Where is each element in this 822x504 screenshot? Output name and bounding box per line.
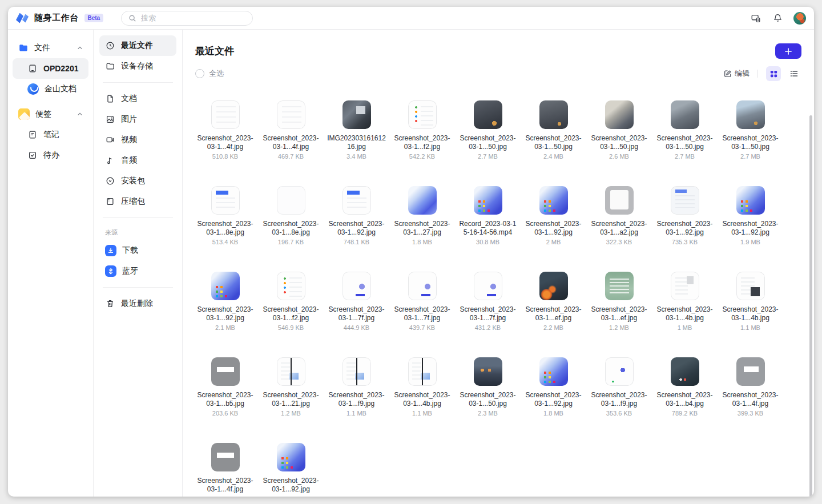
- file-item[interactable]: Record_2023-03-15-16-14-56.mp4 30.8 MB: [458, 186, 518, 272]
- file-item[interactable]: Screenshot_2023-03-1...4b.jpg 1 MB: [655, 272, 715, 357]
- file-item[interactable]: Screenshot_2023-03-1...a2.jpg 322.3 KB: [589, 186, 649, 272]
- file-item[interactable]: Screenshot_2023-03-1...f2.jpg 546.9 KB: [261, 272, 321, 357]
- list-view-button[interactable]: [787, 66, 801, 81]
- file-thumbnail: [342, 357, 371, 386]
- file-size: 1.8 MB: [543, 410, 563, 417]
- notifications-bell-icon[interactable]: [772, 13, 783, 24]
- download-icon: [105, 245, 116, 256]
- file-item[interactable]: Screenshot_2023-03-1...92.jpg 1.8 MB: [523, 357, 583, 443]
- select-all-checkbox[interactable]: 全选: [195, 68, 224, 79]
- nav-category-docs[interactable]: 文档: [99, 88, 176, 109]
- sidebar-item-notes[interactable]: 笔记: [13, 124, 88, 145]
- file-item[interactable]: Screenshot_2023-03-1...b5.jpg 203.6 KB: [195, 357, 255, 443]
- file-item[interactable]: Screenshot_2023-03-1...7f.jpg 444.9 KB: [327, 272, 386, 357]
- send-to-device-icon[interactable]: [750, 13, 761, 24]
- sidebar-item-device[interactable]: OPD2201: [13, 58, 88, 79]
- file-size: 1.8 MB: [412, 239, 432, 245]
- music-note-icon: [105, 155, 115, 166]
- file-size: 1.2 MB: [609, 324, 629, 331]
- file-item[interactable]: Screenshot_2023-03-1...92.jpg 748.1 KB: [327, 186, 386, 272]
- nav-recent-files[interactable]: 最近文件: [99, 35, 176, 56]
- search-bar[interactable]: [121, 11, 253, 26]
- file-item[interactable]: Screenshot_2023-03-1...7f.jpg 439.7 KB: [392, 272, 452, 357]
- nav-source-download[interactable]: 下载: [99, 240, 176, 261]
- file-size: 196.7 KB: [278, 239, 304, 245]
- file-thumbnail: [408, 357, 437, 386]
- sidebar-item-todo[interactable]: 待办: [13, 145, 88, 166]
- file-item[interactable]: Screenshot_2023-03-1...4f.jpg 469.7 KB: [261, 100, 321, 186]
- search-icon: [127, 13, 138, 23]
- file-size: 2.1 MB: [215, 324, 235, 331]
- select-all-label: 全选: [209, 68, 224, 79]
- file-item[interactable]: Screenshot_2023-03-1...21.jpg 1.2 MB: [261, 357, 321, 443]
- file-item[interactable]: Screenshot_2023-03-1...4f.jpg 399.3 KB: [720, 357, 780, 443]
- file-item[interactable]: Screenshot_2023-03-1...4f.jpg: [195, 443, 255, 497]
- file-item[interactable]: Screenshot_2023-03-1...50.jpg 2.6 MB: [589, 100, 649, 186]
- file-thumbnail: [277, 100, 305, 129]
- file-item[interactable]: Screenshot_2023-03-1...8e.jpg 196.7 KB: [261, 186, 321, 272]
- edit-button[interactable]: 编辑: [724, 68, 750, 79]
- file-item[interactable]: Screenshot_2023-03-1...50.jpg 2.3 MB: [458, 357, 518, 443]
- file-item[interactable]: IMG20230316161216.jpg 3.4 MB: [327, 100, 386, 186]
- scrollbar[interactable]: [809, 115, 812, 497]
- apk-package-icon: [105, 176, 115, 186]
- divider: [103, 217, 173, 218]
- file-item[interactable]: Screenshot_2023-03-1...92.jpg 735.3 KB: [655, 186, 715, 272]
- file-item[interactable]: Screenshot_2023-03-1...7f.jpg 431.2 KB: [458, 272, 518, 357]
- list-view-icon: [789, 69, 799, 78]
- file-name: Screenshot_2023-03-1...92.jpg: [261, 477, 320, 494]
- file-name: Screenshot_2023-03-1...7f.jpg: [458, 305, 517, 322]
- sidebar-item-kdocs[interactable]: 金山文档: [13, 79, 88, 99]
- nav-item-label: 压缩包: [121, 196, 171, 207]
- nav-source-bluetooth[interactable]: 蓝牙: [99, 261, 176, 281]
- nav-category-audio[interactable]: 音频: [99, 150, 176, 171]
- file-name: Screenshot_2023-03-1...92.jpg: [524, 220, 583, 237]
- sidebar-section-memo[interactable]: 便签: [13, 104, 88, 124]
- file-item[interactable]: Screenshot_2023-03-1...4b.jpg 1.1 MB: [720, 272, 780, 357]
- file-name: Screenshot_2023-03-1...8e.jpg: [261, 220, 320, 237]
- file-item[interactable]: Screenshot_2023-03-1...f9.jpg 1.1 MB: [327, 357, 386, 443]
- file-size: 322.3 KB: [606, 239, 632, 245]
- divider: [103, 287, 173, 288]
- file-item[interactable]: Screenshot_2023-03-1...4f.jpg 510.8 KB: [195, 100, 255, 186]
- nav-category-packages[interactable]: 安装包: [99, 171, 176, 191]
- search-input[interactable]: [141, 14, 247, 22]
- file-name: Screenshot_2023-03-1...ef.jpg: [524, 305, 583, 322]
- nav-recently-deleted[interactable]: 最近删除: [99, 293, 176, 314]
- nav-category-archives[interactable]: 压缩包: [99, 191, 176, 212]
- file-item[interactable]: Screenshot_2023-03-1...b4.jpg 789.2 KB: [655, 357, 715, 443]
- nav-device-storage[interactable]: 设备存储: [99, 56, 176, 76]
- file-item[interactable]: Screenshot_2023-03-1...50.jpg 2.7 MB: [720, 100, 780, 186]
- file-item[interactable]: Screenshot_2023-03-1...8e.jpg 513.4 KB: [195, 186, 255, 272]
- file-item[interactable]: Screenshot_2023-03-1...4b.jpg 1.1 MB: [392, 357, 452, 443]
- file-size: 2.7 MB: [740, 153, 760, 160]
- file-item[interactable]: Screenshot_2023-03-1...f2.jpg 542.2 KB: [392, 100, 452, 186]
- file-item[interactable]: Screenshot_2023-03-1...f9.jpg 353.6 KB: [589, 357, 649, 443]
- sidebar-section-files[interactable]: 文件: [13, 38, 88, 58]
- grid-view-button[interactable]: [766, 66, 781, 81]
- file-thumbnail: [211, 443, 240, 471]
- chevron-up-icon: [77, 45, 83, 51]
- file-item[interactable]: Screenshot_2023-03-1...50.jpg 2.4 MB: [523, 100, 583, 186]
- file-item[interactable]: Screenshot_2023-03-1...50.jpg 2.7 MB: [655, 100, 715, 186]
- file-item[interactable]: Screenshot_2023-03-1...92.jpg: [261, 443, 321, 497]
- file-item[interactable]: Screenshot_2023-03-1...ef.jpg 2.2 MB: [523, 272, 583, 357]
- file-item[interactable]: Screenshot_2023-03-1...50.jpg 2.7 MB: [458, 100, 518, 186]
- bluetooth-icon: [105, 265, 116, 277]
- file-thumbnail: [211, 100, 240, 129]
- file-name: Screenshot_2023-03-1...f9.jpg: [327, 391, 386, 408]
- file-item[interactable]: Screenshot_2023-03-1...ef.jpg 1.2 MB: [589, 272, 649, 357]
- memo-icon: [18, 108, 30, 120]
- file-item[interactable]: Screenshot_2023-03-1...92.jpg 2 MB: [523, 186, 583, 272]
- file-name: Screenshot_2023-03-1...92.jpg: [721, 220, 780, 237]
- file-item[interactable]: Screenshot_2023-03-1...92.jpg 1.9 MB: [720, 186, 780, 272]
- file-item[interactable]: Screenshot_2023-03-1...92.jpg 2.1 MB: [195, 272, 255, 357]
- file-item[interactable]: Screenshot_2023-03-1...27.jpg 1.8 MB: [392, 186, 452, 272]
- user-avatar[interactable]: [793, 12, 806, 25]
- edit-pencil-icon: [724, 70, 732, 78]
- nav-item-label: 最近文件: [121, 41, 171, 51]
- file-name: Screenshot_2023-03-1...b4.jpg: [655, 391, 714, 408]
- add-button[interactable]: [775, 43, 801, 59]
- nav-category-videos[interactable]: 视频: [99, 130, 176, 150]
- nav-category-images[interactable]: 图片: [99, 109, 176, 130]
